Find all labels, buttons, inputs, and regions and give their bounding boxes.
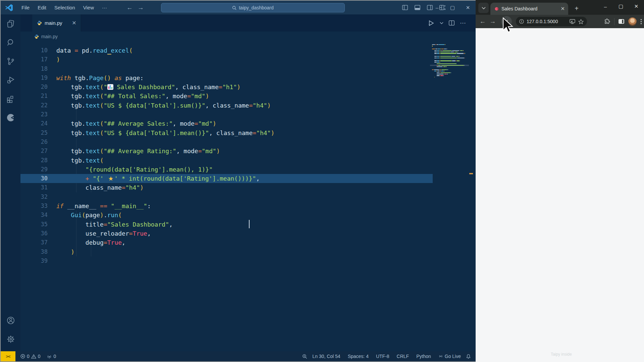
bookmark-star-icon[interactable] xyxy=(578,19,584,24)
code-line-32[interactable]: 32 xyxy=(20,192,433,201)
line-number[interactable]: 37 xyxy=(20,238,48,247)
minimize-button[interactable]: – xyxy=(429,1,445,14)
cursor-position[interactable]: Ln 30, Col 54 xyxy=(310,354,342,359)
menu-item-[interactable]: ··· xyxy=(99,3,110,12)
sidebar-toggle-icon[interactable] xyxy=(618,19,625,24)
code-line-39[interactable]: 39 xyxy=(20,256,433,265)
line-number[interactable]: 31 xyxy=(20,183,48,192)
code-line-33[interactable]: 33if __name__ == "__main__": xyxy=(20,201,433,210)
breadcrumb[interactable]: main.py xyxy=(20,32,476,42)
code-line-26[interactable]: 26 xyxy=(20,137,433,146)
language-mode[interactable]: Python xyxy=(414,354,433,359)
code-line-17[interactable]: 17) xyxy=(20,55,433,64)
run-python-file-icon[interactable] xyxy=(428,20,434,26)
sidebar-item-search[interactable] xyxy=(1,33,20,52)
line-number[interactable]: 10 xyxy=(20,46,48,55)
extensions-puzzle-icon[interactable] xyxy=(604,18,610,25)
problems-indicator[interactable]: 0 0 xyxy=(18,354,43,359)
line-number[interactable]: 35 xyxy=(20,220,48,229)
code-line-28[interactable]: 28 tgb.text( xyxy=(20,156,433,165)
code-line-37[interactable]: 37 debug=True, xyxy=(20,238,433,247)
site-info-icon[interactable] xyxy=(519,19,524,24)
forward-arrow-icon[interactable]: → xyxy=(138,4,144,11)
tab-main-py[interactable]: main.py ✕ xyxy=(32,14,81,32)
code-line-23[interactable]: 23 xyxy=(20,110,433,119)
code-line-31[interactable]: 31 class_name="h4") xyxy=(20,183,433,192)
code-line-19[interactable]: 19with tgb.Page() as page: xyxy=(20,73,433,82)
minimize-button[interactable]: – xyxy=(598,0,613,13)
toggle-panel-icon[interactable] xyxy=(415,5,420,10)
toggle-sidebar-icon[interactable] xyxy=(402,5,408,10)
address-bar[interactable]: 127.0.0.1:5000 xyxy=(516,17,587,26)
line-number[interactable]: 18 xyxy=(20,64,48,73)
menu-item-view[interactable]: View xyxy=(80,3,97,12)
run-dropdown-chevron-icon[interactable] xyxy=(440,22,443,24)
browser-tab-sales-dashboard[interactable]: Sales Dashboard ✕ xyxy=(490,3,568,15)
minimap[interactable] xyxy=(432,44,467,105)
back-arrow-icon[interactable]: ← xyxy=(126,4,133,11)
remote-indicator[interactable]: >< xyxy=(1,351,15,361)
code-editor[interactable]: 10data = pd.read_excel(17)1819with tgb.P… xyxy=(20,42,476,351)
code-line-27[interactable]: 27 tgb.text("## Average Rating:", mode="… xyxy=(20,146,433,156)
more-actions-icon[interactable]: ⋯ xyxy=(460,19,466,27)
line-number[interactable]: 33 xyxy=(20,201,48,210)
encoding[interactable]: UTF-8 xyxy=(374,354,392,359)
line-number[interactable]: 22 xyxy=(20,101,48,110)
tab-close-icon[interactable]: ✕ xyxy=(560,6,565,12)
line-number[interactable]: 38 xyxy=(20,247,48,256)
new-tab-button[interactable]: + xyxy=(572,4,581,13)
code-line-30[interactable]: 30 + "{' ⭐' * int(round(data['Rating'].m… xyxy=(20,174,433,183)
line-number[interactable]: 34 xyxy=(20,210,48,220)
code-line-24[interactable]: 24 tgb.text("## Average Sales:", mode="m… xyxy=(20,119,433,128)
line-number[interactable]: 30 xyxy=(20,174,48,183)
line-number[interactable]: 27 xyxy=(20,146,48,156)
browser-back-button[interactable]: ← xyxy=(478,18,488,25)
line-number[interactable]: 24 xyxy=(20,119,48,128)
code-line-35[interactable]: 35 title="Sales Dashboard", xyxy=(20,220,433,229)
browser-forward-button[interactable]: → xyxy=(488,18,498,25)
split-editor-icon[interactable] xyxy=(449,20,454,25)
code-line-29[interactable]: 29 "{round(data['Rating'].mean(), 1)}" xyxy=(20,165,433,174)
line-number[interactable]: 17 xyxy=(20,55,48,64)
line-number[interactable]: 28 xyxy=(20,156,48,165)
maximize-button[interactable]: ▢ xyxy=(445,1,460,14)
line-number[interactable]: 29 xyxy=(20,165,48,174)
code-line-21[interactable]: 21 tgb.text("## Total Sales:", mode="md"… xyxy=(20,92,433,101)
code-line-18[interactable]: 18 xyxy=(20,64,433,73)
bell-icon[interactable] xyxy=(466,354,471,359)
sidebar-item-run-debug[interactable] xyxy=(1,71,20,89)
menu-item-selection[interactable]: Selection xyxy=(51,3,78,12)
tab-close-icon[interactable]: ✕ xyxy=(71,20,77,26)
line-number[interactable]: 21 xyxy=(20,92,48,101)
code-line-10[interactable]: 10data = pd.read_excel( xyxy=(20,46,433,55)
code-line-22[interactable]: 22 tgb.text("US $ {data['Total'].sum()}"… xyxy=(20,101,433,110)
sidebar-item-settings[interactable] xyxy=(1,330,20,349)
line-number[interactable]: 19 xyxy=(20,73,48,82)
tab-search-button[interactable] xyxy=(478,3,489,13)
zoom-icon[interactable] xyxy=(302,354,307,359)
indentation[interactable]: Spaces: 4 xyxy=(345,354,371,359)
line-number[interactable]: 36 xyxy=(20,229,48,238)
line-number[interactable]: 25 xyxy=(20,128,48,137)
browser-menu-icon[interactable] xyxy=(640,19,642,24)
code-line-20[interactable]: 20 tgb.text("📊 Sales Dashboard", class_n… xyxy=(20,82,433,92)
url-text[interactable]: 127.0.0.1:5000 xyxy=(527,19,567,24)
sidebar-item-extensions[interactable] xyxy=(1,89,20,108)
close-button[interactable]: ✕ xyxy=(460,1,476,14)
browser-viewport[interactable]: Taipy inside xyxy=(476,28,644,362)
code-line-25[interactable]: 25 tgb.text("US $ {data['Total'].mean()}… xyxy=(20,128,433,137)
menu-item-file[interactable]: File xyxy=(18,3,33,12)
code-line-36[interactable]: 36 use_reloader=True, xyxy=(20,229,433,238)
sidebar-item-taipy[interactable] xyxy=(1,108,20,127)
sidebar-item-explorer[interactable] xyxy=(1,14,20,33)
menu-item-edit[interactable]: Edit xyxy=(34,3,50,12)
maximize-button[interactable]: ▢ xyxy=(613,0,629,13)
line-number[interactable]: 39 xyxy=(20,256,48,265)
close-button[interactable]: ✕ xyxy=(629,0,644,13)
sidebar-item-account[interactable] xyxy=(1,311,20,330)
profile-avatar[interactable] xyxy=(628,17,637,26)
line-number[interactable]: 32 xyxy=(20,192,48,201)
command-search-input[interactable]: taipy_dashboard xyxy=(161,3,345,12)
line-number[interactable]: 26 xyxy=(20,137,48,146)
eol-sequence[interactable]: CRLF xyxy=(394,354,412,359)
